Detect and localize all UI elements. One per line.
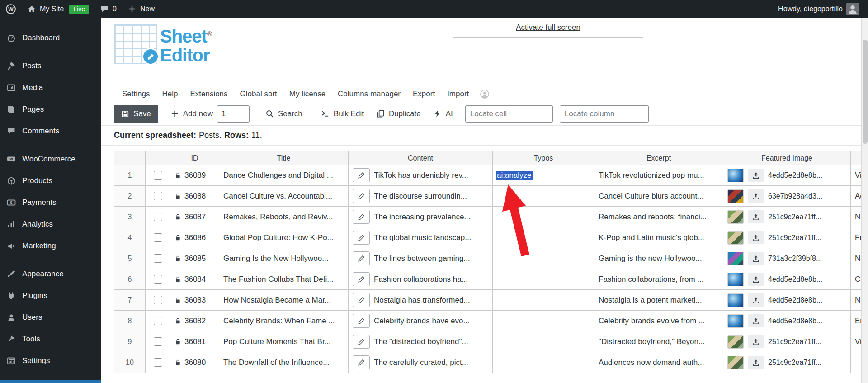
sidebar-item-comments[interactable]: Comments: [0, 120, 101, 142]
featured-image-cell[interactable]: 251c9c2ea71ff...: [723, 227, 851, 248]
id-cell[interactable]: 36082: [170, 311, 219, 331]
clipped-column-cell[interactable]: Co: [851, 269, 861, 290]
featured-image-cell[interactable]: 4edd5e2d8e8b...: [723, 290, 851, 311]
open-content-editor-button[interactable]: [353, 189, 370, 203]
account-menu-link[interactable]: Howdy, diegoportillo: [773, 0, 864, 18]
nav-item-extensions[interactable]: Extensions: [190, 90, 227, 99]
sidebar-item-settings[interactable]: Settings: [0, 350, 101, 372]
featured-image-cell[interactable]: 63e7b928a4d3...: [723, 186, 851, 207]
open-content-editor-button[interactable]: [353, 168, 370, 182]
upload-image-button[interactable]: [748, 189, 764, 203]
content-cell[interactable]: Celebrity brands have evo...: [349, 311, 493, 331]
row-number-cell[interactable]: 4: [114, 227, 146, 248]
title-cell[interactable]: Global Pop Culture: How K-Po...: [219, 227, 349, 248]
clipped-column-cell[interactable]: N: [851, 207, 861, 227]
row-number-cell[interactable]: 8: [114, 311, 146, 331]
content-cell[interactable]: The lines between gaming...: [349, 248, 493, 269]
select-all-header[interactable]: [146, 151, 170, 165]
nav-item-columns-manager[interactable]: Columns manager: [338, 90, 401, 99]
typos-cell[interactable]: [493, 248, 594, 269]
id-cell[interactable]: 36089: [170, 165, 219, 186]
upload-image-button[interactable]: [748, 293, 764, 307]
column-header-id[interactable]: ID: [170, 151, 219, 165]
nav-item-help[interactable]: Help: [162, 90, 178, 99]
row-checkbox[interactable]: [154, 171, 162, 180]
sidebar-active-item-partial[interactable]: [0, 380, 101, 383]
sidebar-item-users[interactable]: Users: [0, 307, 101, 328]
upload-image-button[interactable]: [748, 356, 764, 369]
title-cell[interactable]: Gaming Is the New Hollywoo...: [219, 248, 349, 269]
content-cell[interactable]: The discourse surroundin...: [349, 186, 493, 207]
row-checkbox[interactable]: [154, 213, 162, 221]
title-cell[interactable]: How Nostalgia Became a Mar...: [219, 290, 349, 311]
clipped-column-cell[interactable]: Na: [851, 248, 861, 269]
id-cell[interactable]: 36086: [170, 227, 219, 248]
row-checkbox[interactable]: [154, 337, 162, 346]
row-checkbox[interactable]: [154, 233, 162, 242]
title-cell[interactable]: The Downfall of the Influence...: [219, 352, 349, 373]
typos-cell[interactable]: ai:analyze: [493, 165, 594, 186]
content-cell[interactable]: The carefully curated, pict...: [349, 352, 493, 373]
content-cell[interactable]: The global music landscap...: [349, 227, 493, 248]
sidebar-item-products[interactable]: Products: [0, 170, 101, 192]
id-cell[interactable]: 36087: [170, 207, 219, 227]
typos-cell[interactable]: [493, 352, 594, 373]
id-cell[interactable]: 36088: [170, 186, 219, 207]
title-cell[interactable]: The Fashion Collabs That Defi...: [219, 269, 349, 290]
my-site-link[interactable]: My Site Live: [22, 0, 94, 18]
typos-cell[interactable]: [493, 186, 594, 207]
activate-fullscreen-link[interactable]: Activate full screen: [516, 23, 580, 32]
sidebar-item-appearance[interactable]: Appearance: [0, 263, 101, 285]
upload-image-button[interactable]: [748, 252, 764, 265]
clipped-column-cell[interactable]: Vi: [851, 331, 861, 352]
row-checkbox[interactable]: [154, 192, 162, 200]
id-cell[interactable]: 36081: [170, 331, 219, 352]
row-number-cell[interactable]: 9: [114, 331, 146, 352]
title-cell[interactable]: Dance Challenges and Digital ...: [219, 165, 349, 186]
sidebar-item-payments[interactable]: $ Payments: [0, 192, 101, 213]
clipped-column-cell[interactable]: Fu: [851, 227, 861, 248]
clipped-column-cell[interactable]: [851, 352, 861, 373]
content-cell[interactable]: TikTok has undeniably rev...: [349, 165, 493, 186]
upload-image-button[interactable]: [748, 273, 764, 286]
vertical-scrollbar[interactable]: [861, 18, 868, 383]
id-cell[interactable]: 36080: [170, 352, 219, 373]
new-content-link[interactable]: New: [122, 0, 160, 18]
id-cell[interactable]: 36084: [170, 269, 219, 290]
column-header-content[interactable]: Content: [349, 151, 493, 165]
upload-image-button[interactable]: [748, 231, 764, 244]
open-content-editor-button[interactable]: [353, 355, 370, 369]
open-content-editor-button[interactable]: [353, 272, 370, 286]
title-cell[interactable]: Celebrity Brands: When Fame ...: [219, 311, 349, 331]
account-circle-icon[interactable]: [480, 89, 490, 99]
typos-cell[interactable]: [493, 311, 594, 331]
title-cell[interactable]: Pop Culture Moments That Br...: [219, 331, 349, 352]
excerpt-cell[interactable]: Nostalgia is a potent marketi...: [594, 290, 723, 311]
content-cell[interactable]: Fashion collaborations ha...: [349, 269, 493, 290]
typos-editor[interactable]: ai:analyze: [493, 165, 594, 186]
nav-item-settings[interactable]: Settings: [122, 90, 150, 99]
nav-item-export[interactable]: Export: [413, 90, 435, 99]
nav-item-import[interactable]: Import: [447, 90, 469, 99]
row-checkbox[interactable]: [154, 254, 162, 263]
clipped-column-cell[interactable]: N: [851, 290, 861, 311]
open-content-editor-button[interactable]: [353, 335, 370, 349]
row-checkbox[interactable]: [154, 296, 162, 304]
content-cell[interactable]: The "distracted boyfriend"...: [349, 331, 493, 352]
sidebar-item-woocommerce[interactable]: W WooCommerce: [0, 148, 101, 170]
nav-item-my-license[interactable]: My license: [289, 90, 326, 99]
comments-link[interactable]: 0: [94, 0, 122, 18]
sidebar-item-media[interactable]: Media: [0, 77, 101, 99]
open-content-editor-button[interactable]: [353, 293, 370, 307]
save-button[interactable]: Save: [114, 105, 158, 123]
row-checkbox[interactable]: [154, 358, 162, 367]
clipped-column-cell[interactable]: Ac: [851, 186, 861, 207]
excerpt-cell[interactable]: K-Pop and Latin music's glob...: [594, 227, 723, 248]
nav-item-global-sort[interactable]: Global sort: [240, 90, 277, 99]
id-cell[interactable]: 36083: [170, 290, 219, 311]
row-number-cell[interactable]: 10: [114, 352, 146, 373]
add-new-count-input[interactable]: [217, 105, 250, 123]
id-cell[interactable]: 36085: [170, 248, 219, 269]
featured-image-cell[interactable]: 4edd5e2d8e8b...: [723, 165, 851, 186]
row-number-cell[interactable]: 5: [114, 248, 146, 269]
